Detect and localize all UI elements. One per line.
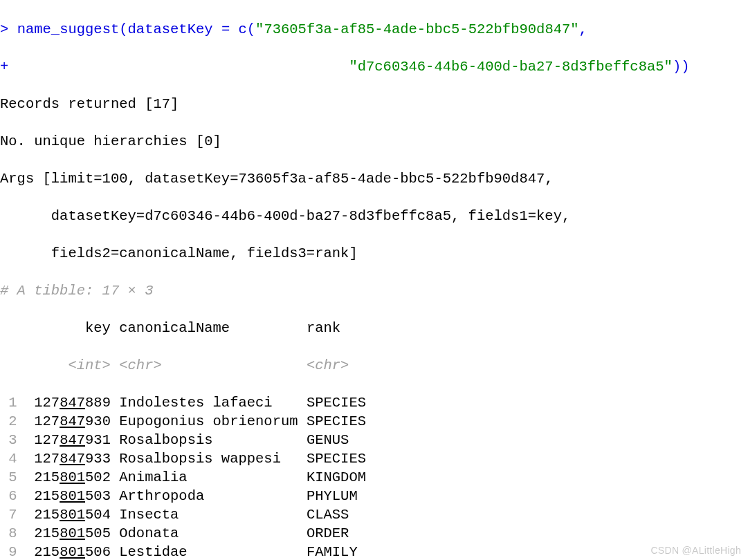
cell-canonical-name: Rosalbopsis	[119, 431, 307, 449]
row-number: 7	[0, 505, 17, 524]
cell-rank: PHYLUM	[307, 487, 358, 505]
col-type-name: <chr>	[119, 356, 307, 375]
cell-canonical-name: Arthropoda	[119, 487, 307, 505]
row-number: 5	[0, 468, 17, 487]
output-args-2: datasetKey=d7c60346-44b6-400d-ba27-8d3fb…	[0, 207, 748, 225]
cell-key: 127847889	[26, 393, 111, 412]
row-number: 3	[0, 431, 17, 449]
row-number: 8	[0, 524, 17, 543]
col-header-rank: rank	[307, 319, 340, 337]
output-args-3: fields2=canonicalName, fields3=rank]	[0, 244, 748, 263]
string-literal-1: "73605f3a-af85-4ade-bbc5-522bfb90d847"	[255, 21, 578, 37]
row-number: 2	[0, 412, 17, 431]
table-row: 6 215801503 ArthropodaPHYLUM	[0, 487, 748, 505]
cell-rank: SPECIES	[307, 412, 366, 431]
cell-canonical-name: Rosalbopsis wappesi	[119, 449, 307, 468]
cell-key: 215801503	[26, 487, 111, 505]
cell-key: 215801504	[26, 505, 111, 524]
output-unique: No. unique hierarchies [0]	[0, 132, 748, 151]
table-row: 3 127847931 RosalbopsisGENUS	[0, 431, 748, 449]
cell-rank: ORDER	[307, 524, 349, 543]
input-line-1: > name_suggest(datasetKey = c("73605f3a-…	[0, 20, 748, 39]
cell-key: 127847930	[26, 412, 111, 431]
cell-canonical-name: Animalia	[119, 468, 307, 487]
cell-rank: SPECIES	[307, 393, 366, 412]
input-line-2: + "d7c60346-44b6-400d-ba27-8d3fbeffc8a5"…	[0, 57, 748, 76]
column-headers: key canonicalNamerank	[0, 319, 748, 337]
tibble-rows: 1 127847889 Indolestes lafaeciSPECIES 2 …	[0, 393, 748, 560]
cell-rank: GENUS	[307, 431, 349, 449]
cell-canonical-name: Indolestes lafaeci	[119, 393, 307, 412]
continuation-symbol: +	[0, 59, 8, 75]
table-row: 7 215801504 InsectaCLASS	[0, 505, 748, 524]
col-type-key: <int>	[26, 356, 111, 375]
table-row: 2 127847930 Eupogonius obrienorumSPECIES	[0, 412, 748, 431]
row-number: 6	[0, 487, 17, 505]
arg-name: datasetKey	[128, 21, 213, 37]
watermark: CSDN @ALittleHigh	[650, 545, 741, 556]
cell-rank: FAMILY	[307, 543, 358, 560]
cell-key: 127847931	[26, 431, 111, 449]
output-args-1: Args [limit=100, datasetKey=73605f3a-af8…	[0, 169, 748, 188]
row-number: 4	[0, 449, 17, 468]
string-literal-2: "d7c60346-44b6-400d-ba27-8d3fbeffc8a5"	[349, 59, 672, 75]
table-row: 8 215801505 OdonataORDER	[0, 524, 748, 543]
col-type-rank: <chr>	[307, 356, 349, 375]
row-number: 1	[0, 393, 17, 412]
cell-rank: KINGDOM	[307, 468, 366, 487]
cell-key: 127847933	[26, 449, 111, 468]
r-console[interactable]: > name_suggest(datasetKey = c("73605f3a-…	[0, 0, 748, 560]
row-number: 9	[0, 543, 17, 560]
tibble-header: # A tibble: 17 × 3	[0, 281, 748, 300]
cell-rank: CLASS	[307, 505, 349, 524]
col-header-key: key	[26, 319, 111, 337]
cell-canonical-name: Insecta	[119, 505, 307, 524]
cell-canonical-name: Lestidae	[119, 543, 307, 560]
cell-rank: SPECIES	[307, 449, 366, 468]
table-row: 4 127847933 Rosalbopsis wappesiSPECIES	[0, 449, 748, 468]
prompt-symbol: >	[0, 21, 8, 37]
output-records: Records returned [17]	[0, 95, 748, 113]
col-header-name: canonicalName	[119, 319, 307, 337]
cell-key: 215801506	[26, 543, 111, 560]
column-types: <int> <chr><chr>	[0, 356, 748, 375]
cell-canonical-name: Odonata	[119, 524, 307, 543]
table-row: 9 215801506 LestidaeFAMILY	[0, 543, 748, 560]
func-call: name_suggest	[17, 21, 120, 37]
table-row: 1 127847889 Indolestes lafaeciSPECIES	[0, 393, 748, 412]
cell-key: 215801502	[26, 468, 111, 487]
table-row: 5 215801502 AnimaliaKINGDOM	[0, 468, 748, 487]
cell-canonical-name: Eupogonius obrienorum	[119, 412, 307, 431]
cell-key: 215801505	[26, 524, 111, 543]
